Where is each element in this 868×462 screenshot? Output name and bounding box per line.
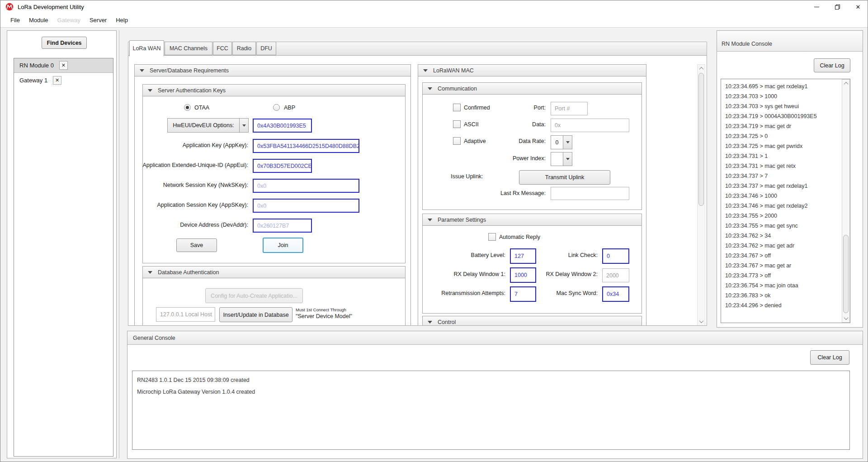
log-line: 10:23:34.746 > 1000 (721, 191, 850, 201)
confirmed-label: Confirmed (464, 105, 490, 111)
menu-server[interactable]: Server (85, 17, 111, 24)
mac-sync-word-field[interactable]: 0x34 (602, 286, 629, 302)
log-line: 10:23:34.737 > mac get rxdelay1 (721, 181, 850, 191)
general-console-text[interactable]: RN2483 1.0.1 Dec 15 2015 09:38:09 create… (132, 371, 850, 450)
scrollbar-thumb[interactable] (698, 73, 704, 206)
retransmission-field[interactable]: 7 (510, 286, 536, 302)
transmit-uplink-button[interactable]: Transmit Uplink (519, 170, 610, 185)
devaddr-label: Device Address (DevAddr): (180, 222, 248, 228)
log-line: 10:23:34.767 > mac get ar (721, 261, 850, 271)
data-rate-dropdown[interactable]: 0 (551, 135, 572, 149)
log-line: 10:23:34.755 > mac get sync (721, 221, 850, 231)
port-field[interactable]: Port # (551, 102, 588, 115)
device-close-button[interactable]: ✕ (53, 76, 61, 85)
otaa-radio[interactable] (184, 104, 191, 111)
device-row-gateway[interactable]: Gateway 1 ✕ (14, 73, 113, 87)
power-index-dropdown[interactable] (551, 152, 572, 166)
log-line: 10:23:34.719 > 0004A30B001993E5 (721, 111, 850, 121)
last-rx-field[interactable] (551, 187, 629, 200)
tab-dfu[interactable]: DFU (256, 42, 276, 55)
menu-help[interactable]: Help (111, 17, 132, 24)
rn-console-title: RN Module Console (717, 31, 863, 52)
abp-label: ABP (284, 105, 295, 111)
scroll-up-arrow[interactable] (842, 80, 849, 87)
battery-level-field[interactable]: 127 (510, 248, 536, 264)
automatic-reply-checkbox[interactable] (488, 233, 496, 241)
tab-lora-wan[interactable]: LoRa WAN (129, 40, 164, 56)
dropdown-arrow-icon[interactable] (240, 118, 249, 133)
rx-delay-1-field[interactable]: 1000 (510, 267, 536, 283)
hweui-value-field[interactable]: 0x4A30B001993E5 (253, 119, 312, 133)
collapse-arrow-icon (140, 69, 144, 72)
link-check-field[interactable]: 0 (602, 248, 629, 264)
communication-header[interactable]: Communication (423, 83, 642, 95)
mac-sync-word-label: Mac Sync Word: (557, 290, 598, 296)
minimize-icon (814, 7, 819, 7)
appskey-field[interactable]: 0x0 (253, 199, 359, 213)
device-close-button[interactable]: ✕ (59, 61, 68, 70)
rn-console-scrollbar[interactable] (842, 79, 850, 323)
app-window: LoRa Development Utility ✕ File Module G… (0, 0, 868, 462)
rn-console-log-list[interactable]: 10:23:34.695 > mac get rxdelay110:23:34.… (721, 79, 850, 323)
scrollbar-thumb[interactable] (843, 235, 849, 313)
find-devices-button[interactable]: Find Devices (42, 37, 87, 49)
scroll-up-arrow[interactable] (698, 65, 705, 72)
scroll-down-arrow[interactable] (842, 314, 849, 322)
device-row-rn-module[interactable]: RN Module 0 ✕ (14, 58, 113, 73)
adaptive-label: Adaptive (464, 138, 486, 144)
panel-splitter[interactable] (119, 30, 119, 458)
control-header[interactable]: Control (423, 316, 642, 326)
nwkskey-field[interactable]: 0x0 (253, 179, 359, 193)
log-line: 10:23:34.737 > 7 (721, 171, 850, 181)
data-field[interactable]: 0x (551, 119, 629, 132)
device-name: Gateway 1 (19, 77, 47, 84)
lora-wan-tab-page: Server/Database Requirements Server Auth… (128, 55, 707, 326)
database-auth-header[interactable]: Database Authentication (143, 267, 405, 278)
insert-update-db-button[interactable]: Insert/Update in Database (219, 307, 292, 322)
appeui-field[interactable]: 0x70B3D57ED002CE (253, 159, 312, 173)
dropdown-arrow-icon[interactable] (563, 152, 572, 166)
menu-file[interactable]: File (6, 17, 24, 24)
devaddr-field[interactable]: 0x260127B7 (253, 219, 312, 233)
tab-mac-channels[interactable]: MAC Channels (165, 42, 212, 55)
tab-fcc[interactable]: FCC (213, 42, 232, 55)
collapse-arrow-icon (423, 69, 428, 72)
window-controls: ✕ (806, 0, 868, 13)
dropdown-arrow-icon[interactable] (563, 135, 572, 149)
save-button[interactable]: Save (176, 238, 217, 252)
hweui-options-dropdown[interactable]: HwEUI/DevEUI Options: (167, 118, 249, 133)
restore-icon (835, 5, 840, 10)
microchip-logo-icon (5, 3, 14, 11)
server-auth-keys-header[interactable]: Server Authentication Keys (143, 85, 405, 96)
lorawan-mac-header[interactable]: LoRaWAN MAC (418, 65, 646, 76)
server-db-requirements-header[interactable]: Server/Database Requirements (135, 65, 410, 76)
general-console-clear-log-button[interactable]: Clear Log (810, 350, 849, 365)
scroll-down-arrow[interactable] (698, 318, 705, 325)
battery-level-label: Battery Level: (471, 252, 505, 258)
ascii-label: ASCII (464, 121, 479, 128)
join-button[interactable]: Join (263, 238, 303, 253)
appeui-label: Application Extended-Unique-ID (AppEui): (143, 162, 248, 168)
port-label: Port: (534, 105, 546, 111)
otaa-label: OTAA (194, 105, 209, 111)
ascii-checkbox[interactable] (453, 120, 461, 128)
appkey-field[interactable]: 0x53FBA541134466D2515D480D88DB2 (253, 139, 359, 153)
close-button[interactable]: ✕ (848, 0, 868, 13)
confirmed-checkbox[interactable] (453, 104, 461, 111)
data-rate-label: Data Rate: (519, 138, 546, 144)
menu-gateway: Gateway (53, 17, 85, 24)
log-line: 10:23:34.746 > mac get rxdelay2 (721, 201, 850, 211)
page-scrollbar[interactable] (697, 64, 705, 326)
log-line: 10:23:34.703 > sys get hweui (721, 101, 850, 111)
abp-radio[interactable] (273, 104, 280, 111)
restore-button[interactable] (827, 0, 848, 13)
minimize-button[interactable] (806, 0, 827, 13)
local-host-field[interactable]: 127.0.0.1 Local Host (156, 307, 215, 322)
rn-console-clear-log-button[interactable]: Clear Log (814, 58, 850, 72)
log-line: 10:23:34.731 > 1 (721, 151, 850, 161)
tab-radio[interactable]: Radio (232, 42, 256, 55)
menu-module[interactable]: Module (24, 17, 53, 24)
adaptive-checkbox[interactable] (453, 137, 461, 145)
db-note-line2: "Server Device Model" (296, 313, 352, 319)
parameter-settings-header[interactable]: Parameter Settings (423, 214, 642, 226)
